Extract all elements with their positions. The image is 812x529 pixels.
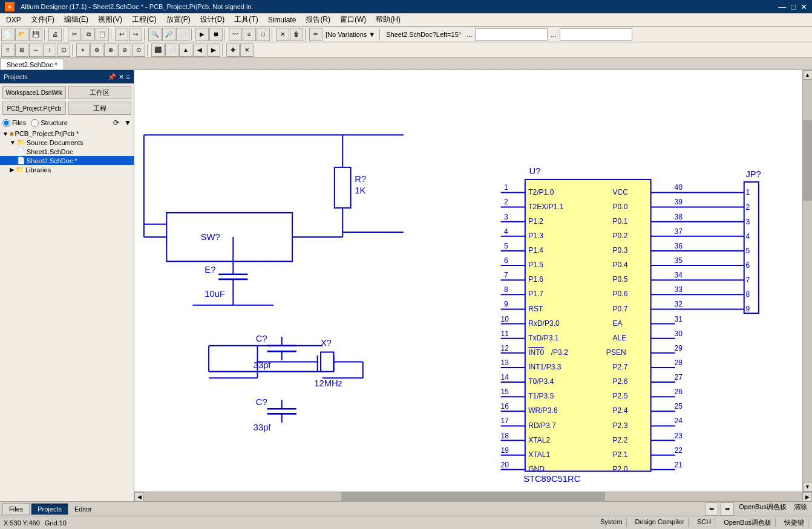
bottom-prev-btn[interactable]: ⬅ <box>705 502 718 516</box>
tb-redo[interactable]: ↪ <box>129 28 142 41</box>
menu-window[interactable]: 窗口(W) <box>335 13 371 26</box>
bottom-tab-files[interactable]: Files <box>2 503 30 515</box>
tb-paste[interactable]: 📋 <box>96 28 109 41</box>
svg-text:17: 17 <box>501 417 509 425</box>
tb2-7[interactable]: ⊕ <box>90 44 103 57</box>
tb2-2[interactable]: ⊞ <box>15 44 28 57</box>
tb-undo[interactable]: ↩ <box>115 28 128 41</box>
menu-report[interactable]: 报告(R) <box>301 13 335 26</box>
scroll-down-button[interactable]: ▼ <box>803 482 813 492</box>
minimize-button[interactable]: — <box>778 2 786 11</box>
openbus-label[interactable]: OpenBus调色板 <box>720 518 776 527</box>
titlebar-right[interactable]: — □ ✕ <box>778 2 807 11</box>
radio-files[interactable]: Files <box>2 119 26 127</box>
tb-fit[interactable]: ⬜ <box>176 28 189 41</box>
tb-stop[interactable]: ⏹ <box>209 28 223 41</box>
menu-place[interactable]: 放置(P) <box>162 13 195 26</box>
tb2-11[interactable]: ⬛ <box>151 44 165 57</box>
scroll-left-button[interactable]: ◀ <box>134 492 144 502</box>
menu-edit[interactable]: 编辑(E) <box>59 13 93 26</box>
tb-open[interactable]: 📂 <box>15 28 28 41</box>
hscroll-thumb[interactable] <box>341 492 604 501</box>
scroll-up-button[interactable]: ▲ <box>803 70 813 80</box>
tb-new[interactable]: 📄 <box>1 28 15 41</box>
tb-copy[interactable]: ⧉ <box>82 28 95 41</box>
project-select[interactable]: PCB_Project.PrjPcb <box>2 102 66 115</box>
tb-zoom-out[interactable]: 🔎 <box>162 28 175 41</box>
tb2-10[interactable]: ⊙ <box>132 44 145 57</box>
vertical-scrollbar[interactable]: ▲ ▼ <box>802 70 812 492</box>
horizontal-scrollbar[interactable]: ◀ ▶ <box>134 492 812 501</box>
tb-wire[interactable]: 〰 <box>229 28 242 41</box>
svg-text:20: 20 <box>501 461 509 469</box>
tb2-15[interactable]: ▶ <box>207 44 220 57</box>
tb2-9[interactable]: ⊘ <box>118 44 131 57</box>
scroll-thumb[interactable] <box>803 120 812 201</box>
tb2-12[interactable]: ⬜ <box>165 44 178 57</box>
hscroll-track[interactable] <box>144 492 802 501</box>
tb-pencil[interactable]: ✏ <box>309 28 323 41</box>
svg-text:P1.4: P1.4 <box>528 246 543 255</box>
tb-bus[interactable]: ≡ <box>243 28 256 41</box>
tab-sheet2[interactable]: Sheet2.SchDoc * <box>0 59 64 70</box>
canvas-area[interactable]: R? 1K SW? <box>134 70 802 492</box>
menu-view[interactable]: 视图(V) <box>93 13 127 26</box>
project-btn[interactable]: 工程 <box>68 102 132 115</box>
tb2-3[interactable]: ↔ <box>29 44 42 57</box>
tb2-4[interactable]: ↕ <box>43 44 56 57</box>
tb2-13[interactable]: ▲ <box>179 44 192 57</box>
scroll-right-button[interactable]: ▶ <box>802 492 812 502</box>
svg-text:P2.5: P2.5 <box>613 392 628 400</box>
tb-cut[interactable]: ✂ <box>68 28 81 41</box>
svg-text:14: 14 <box>501 373 509 381</box>
sidebar-close[interactable]: ✕ <box>119 73 124 81</box>
close-button[interactable]: ✕ <box>801 2 807 11</box>
menu-tools[interactable]: 工具(T) <box>229 13 263 26</box>
bottom-tab-projects[interactable]: Projects <box>31 503 68 515</box>
tb-print[interactable]: 🖨 <box>48 28 62 41</box>
tree-sheet2[interactable]: 📄 Sheet2.SchDoc * <box>0 156 134 165</box>
tb2-14[interactable]: ◀ <box>193 44 206 57</box>
tb2-16[interactable]: ✚ <box>226 44 240 57</box>
tb-run[interactable]: ▶ <box>195 28 209 41</box>
menu-design[interactable]: 设计(D) <box>195 13 230 26</box>
tree-libraries[interactable]: ▶ 📁 Libraries <box>0 165 134 174</box>
sch-label[interactable]: SCH <box>693 518 715 527</box>
sidebar-pin[interactable]: 📌 <box>108 73 116 81</box>
svg-text:33pf: 33pf <box>254 423 272 432</box>
sidebar-dropdown-icon[interactable]: ▼ <box>124 118 131 127</box>
sidebar-refresh-icon[interactable]: ⟳ <box>113 118 119 127</box>
tab-sheet2-label: Sheet2.SchDoc * <box>7 61 57 68</box>
menu-project[interactable]: 工程(C) <box>127 13 162 26</box>
sidebar-menu[interactable]: ≡ <box>126 73 130 81</box>
system-label[interactable]: System <box>597 518 627 527</box>
scroll-track[interactable] <box>803 80 812 482</box>
menu-dxp[interactable]: DXP <box>1 15 26 25</box>
menu-simulate[interactable]: Simulate <box>263 15 301 25</box>
tree-project[interactable]: ▼ ■ PCB_Project.PrjPcb * <box>0 129 134 138</box>
toolbar-search2[interactable] <box>560 28 632 41</box>
tree-sheet1[interactable]: 📄 Sheet1.SchDoc <box>0 147 134 156</box>
tb-zoom-in[interactable]: 🔍 <box>148 28 162 41</box>
bottom-next-btn[interactable]: ➡ <box>721 502 734 516</box>
tb2-5[interactable]: ⊡ <box>57 44 70 57</box>
menu-help[interactable]: 帮助(H) <box>371 13 405 26</box>
tb2-8[interactable]: ⊗ <box>104 44 117 57</box>
workspace-btn[interactable]: 工作区 <box>68 86 132 99</box>
toolbar-search[interactable] <box>475 28 548 41</box>
tb-cross[interactable]: ✕ <box>276 28 289 41</box>
tb2-17[interactable]: ✕ <box>240 44 254 57</box>
tree-source-docs[interactable]: ▼ 📁 Source Documents <box>0 138 134 147</box>
tb2-6[interactable]: ⌖ <box>76 44 90 57</box>
tb-component[interactable]: □ <box>257 28 270 41</box>
svg-text:P0.5: P0.5 <box>613 275 628 284</box>
tb-save[interactable]: 💾 <box>29 28 42 41</box>
workspace-select[interactable]: Workspace1.DsnWrk <box>2 86 66 99</box>
menu-file[interactable]: 文件(F) <box>26 13 59 26</box>
tb2-1[interactable]: ≡ <box>1 44 15 57</box>
shortcuts-label[interactable]: 快捷键 <box>781 518 808 527</box>
tb-del[interactable]: 🗑 <box>290 28 303 41</box>
maximize-button[interactable]: □ <box>791 2 796 11</box>
design-compiler-label[interactable]: Design Compiler <box>632 518 689 527</box>
radio-structure[interactable]: Structure <box>31 119 68 127</box>
